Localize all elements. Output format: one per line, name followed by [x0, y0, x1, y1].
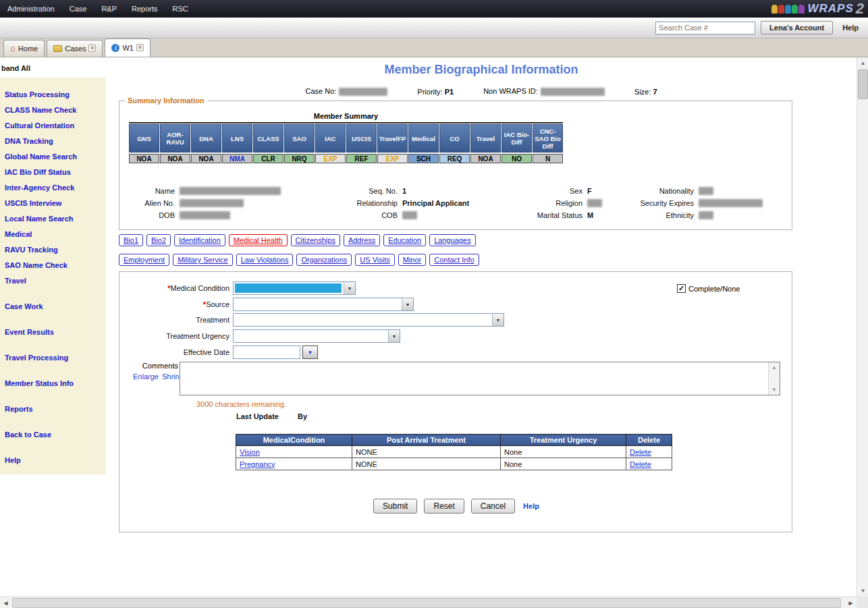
- sidebar-item-status-processing[interactable]: Status Processing: [0, 87, 106, 103]
- reset-button[interactable]: Reset: [424, 499, 464, 514]
- sidebar-item-reports[interactable]: Reports: [0, 402, 106, 417]
- sidebar-item-event-results[interactable]: Event Results: [0, 325, 106, 340]
- sidebar-item-back-to-case[interactable]: Back to Case: [0, 427, 106, 443]
- tab-medical-health[interactable]: Medical Health: [229, 234, 288, 246]
- expand-all-link[interactable]: band All: [0, 57, 106, 72]
- calendar-dropdown-button[interactable]: ▼: [302, 346, 318, 359]
- logo-word: WRAPS: [807, 2, 853, 16]
- scroll-left-icon[interactable]: ◄: [0, 597, 11, 608]
- sidebar-item-cultural-orientation[interactable]: Cultural Orientation: [0, 118, 106, 134]
- sidebar-item-travel-processing[interactable]: Travel Processing: [0, 350, 106, 366]
- sidebar-item-dna-tracking[interactable]: DNA Tracking: [0, 134, 106, 149]
- tab-education[interactable]: Education: [383, 234, 426, 246]
- menu-case[interactable]: Case: [62, 0, 94, 18]
- treatment-select[interactable]: ▼: [233, 313, 504, 327]
- form-actions: Submit Reset Cancel Help: [119, 499, 793, 514]
- sidebar-item-class-name-check[interactable]: CLASS Name Check: [0, 103, 106, 118]
- status-badge: NOA: [129, 154, 159, 163]
- complete-none-checkbox[interactable]: ✓: [677, 284, 686, 293]
- menu-rp[interactable]: R&P: [94, 0, 124, 18]
- sidebar-item-help[interactable]: Help: [0, 453, 106, 468]
- non-wraps-id-label: Non WRAPS ID:: [483, 87, 538, 95]
- tab-languages[interactable]: Languages: [429, 234, 475, 246]
- source-select[interactable]: ▼: [233, 298, 414, 311]
- tab-minor[interactable]: Minor: [398, 254, 427, 266]
- condition-link[interactable]: Pregnancy: [240, 460, 275, 468]
- form-help-link[interactable]: Help: [523, 502, 539, 510]
- condition-link[interactable]: Vision: [240, 448, 260, 456]
- tab-home-label: Home: [18, 45, 38, 53]
- vertical-scrollbar[interactable]: ▲ ▼: [857, 57, 868, 597]
- scroll-down-icon[interactable]: ▼: [771, 387, 777, 393]
- sidebar-item-inter-agency-check[interactable]: Inter-Agency Check: [0, 180, 106, 196]
- sidebar-item-sao-name-check[interactable]: SAO Name Check: [0, 258, 106, 273]
- tab-employment[interactable]: Employment: [119, 254, 169, 266]
- sidebar-item-global-name-search[interactable]: Global Name Search: [0, 149, 106, 165]
- medical-condition-select[interactable]: ▼: [233, 281, 356, 295]
- delete-link[interactable]: Delete: [630, 460, 651, 468]
- source-row: *Source ▼: [119, 298, 414, 311]
- tab-w1[interactable]: i W1 ×: [105, 38, 151, 57]
- case-no-label: Case No:: [305, 87, 336, 95]
- summary-col-header: TravelFP: [377, 124, 408, 153]
- sidebar-item-ravu-tracking[interactable]: RAVU Tracking: [0, 242, 106, 258]
- comments-scrollbar[interactable]: ▲ ▼: [768, 362, 780, 395]
- tab-contact-info[interactable]: Contact Info: [429, 254, 479, 266]
- vertical-scroll-thumb[interactable]: [858, 70, 868, 99]
- topbar-help-link[interactable]: Help: [838, 22, 863, 34]
- sidebar-item-travel[interactable]: Travel: [0, 273, 106, 289]
- account-button[interactable]: Lena's Account: [761, 21, 833, 34]
- horizontal-scrollbar[interactable]: ◄ ►: [0, 597, 868, 608]
- sidebar-item-member-status-info[interactable]: Member Status Info: [0, 376, 106, 391]
- security-expires-label: Security Expires: [624, 199, 699, 207]
- body-area: band All Status Processing CLASS Name Ch…: [0, 57, 857, 597]
- tab-home[interactable]: ⌂ Home: [3, 40, 45, 57]
- marital-status-label: Marital Status: [504, 211, 587, 219]
- medical-conditions-table: MedicalCondition Post Arrival Treatment …: [236, 434, 672, 470]
- redacted-security-expires: [699, 198, 780, 207]
- redacted-cob: [402, 211, 504, 219]
- sidebar-item-uscis-interview[interactable]: USCIS Interview: [0, 196, 106, 211]
- sidebar-item-case-work[interactable]: Case Work: [0, 299, 106, 314]
- effective-date-input[interactable]: [233, 346, 300, 359]
- priority-field: Priority: P1: [417, 88, 454, 96]
- scroll-up-icon[interactable]: ▲: [771, 364, 777, 370]
- delete-link[interactable]: Delete: [630, 448, 651, 456]
- tab-organizations[interactable]: Organizations: [296, 254, 352, 266]
- tab-bio2[interactable]: Bio2: [146, 234, 171, 246]
- tab-us-visits[interactable]: US Visits: [355, 254, 394, 266]
- tab-law-violations[interactable]: Law Violations: [236, 254, 294, 266]
- treatment-urgency-select[interactable]: ▼: [233, 329, 400, 343]
- tab-military-service[interactable]: Military Service: [173, 254, 233, 266]
- enlarge-link[interactable]: Enlarge: [133, 372, 159, 381]
- scroll-up-icon[interactable]: ▲: [857, 57, 868, 69]
- menu-rsc[interactable]: RSC: [165, 0, 196, 18]
- chevron-down-icon[interactable]: ▼: [344, 282, 355, 294]
- horizontal-scroll-thumb[interactable]: [12, 598, 841, 608]
- tab-citizenships[interactable]: Citizenships: [291, 234, 340, 246]
- cancel-button[interactable]: Cancel: [471, 499, 515, 514]
- search-case-input[interactable]: [655, 22, 755, 34]
- scroll-right-icon[interactable]: ►: [845, 597, 857, 608]
- menu-reports[interactable]: Reports: [124, 0, 165, 18]
- last-update-label: Last Update: [236, 412, 279, 420]
- tab-address[interactable]: Address: [344, 234, 380, 246]
- tab-cases[interactable]: Cases ×: [47, 40, 103, 57]
- sidebar-item-iac-bio-diff-status[interactable]: IAC Bio Diff Status: [0, 165, 106, 180]
- chevron-down-icon[interactable]: ▼: [388, 330, 400, 342]
- submit-button[interactable]: Submit: [373, 499, 417, 514]
- chevron-down-icon[interactable]: ▼: [402, 298, 413, 310]
- tab-identification[interactable]: Identification: [174, 234, 225, 246]
- effective-date-label: Effective Date: [119, 348, 233, 356]
- comments-textarea[interactable]: [180, 362, 767, 395]
- tab-bio1[interactable]: Bio1: [119, 234, 143, 246]
- close-icon[interactable]: ×: [88, 45, 96, 52]
- sidebar-item-medical[interactable]: Medical: [0, 227, 106, 242]
- close-icon[interactable]: ×: [136, 44, 144, 51]
- sidebar-item-local-name-search[interactable]: Local Name Search: [0, 211, 106, 227]
- menu-administration[interactable]: Administration: [0, 0, 62, 18]
- chevron-down-icon[interactable]: ▼: [492, 314, 504, 326]
- scroll-down-icon[interactable]: ▼: [857, 585, 868, 597]
- member-summary-table: Member Summary GNS AOR-RAVU DNA LNS CLAS…: [129, 112, 563, 163]
- size-field: Size: 7: [634, 88, 657, 96]
